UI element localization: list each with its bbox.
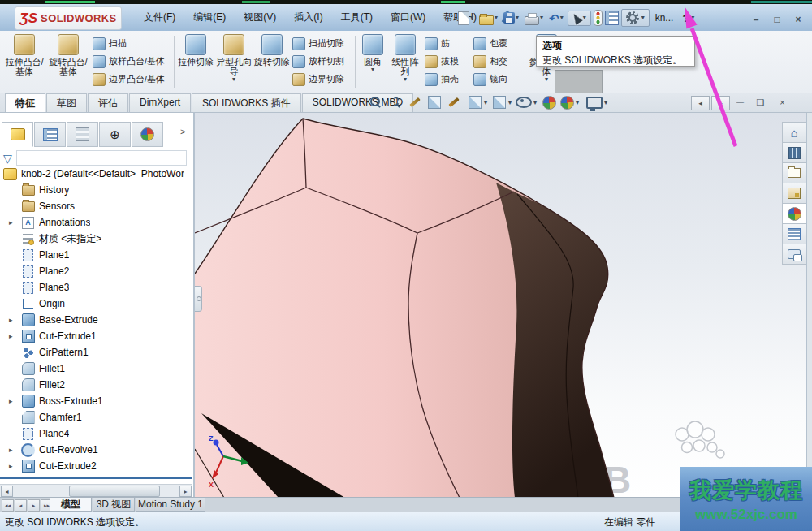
tree-item-cut-revolve1[interactable]: ▸ Cut-Revolve1 <box>0 442 192 458</box>
chevron-down-icon[interactable]: ▾ <box>533 100 537 106</box>
tree-item-plane2[interactable]: Plane2 <box>0 263 192 279</box>
chevron-down-icon[interactable]: ▾ <box>641 15 645 21</box>
chevron-down-icon[interactable]: ▾ <box>540 15 543 21</box>
menu-view[interactable]: 视图(V) <box>238 7 282 28</box>
view-settings-button[interactable] <box>586 95 603 110</box>
select-tool-button[interactable]: ▾ <box>568 11 591 26</box>
doc-close-button[interactable]: × <box>774 96 791 109</box>
zoom-area-button[interactable] <box>387 95 404 110</box>
undo-button[interactable]: ↶▾ <box>547 11 565 25</box>
tree-item-fillet1[interactable]: Fillet1 <box>0 360 192 377</box>
revolved-boss-button[interactable]: 旋转凸台/基体 <box>47 34 89 89</box>
wrap-button[interactable]: 包覆 <box>473 35 508 52</box>
title-bar[interactable]: ƷS SOLIDWORKS 文件(F) 编辑(E) 视图(V) 插入(I) 工具… <box>0 4 812 32</box>
boundary-cut-button[interactable]: 边界切除 <box>292 71 344 88</box>
tab-features[interactable]: 特征 <box>5 93 45 112</box>
menu-file[interactable]: 文件(F) <box>138 7 181 28</box>
chevron-down-icon[interactable]: ▾ <box>604 100 607 106</box>
doc-prev-button[interactable]: ◂ <box>691 96 710 110</box>
tree-item-sensors[interactable]: Sensors <box>0 198 192 214</box>
chevron-down-icon[interactable]: ▾ <box>508 100 512 106</box>
feature-manager-tab[interactable] <box>2 122 33 147</box>
extruded-boss-button[interactable]: 拉伸凸台/基体 <box>3 34 45 89</box>
doc-next-button[interactable]: ▸ <box>711 96 730 110</box>
tree-item-plane3[interactable]: Plane3 <box>0 279 192 296</box>
open-button[interactable]: ▾ <box>477 11 499 26</box>
custom-properties-button[interactable] <box>782 223 806 244</box>
help-button[interactable]: ? <box>682 12 689 24</box>
chevron-down-icon[interactable]: ▾ <box>484 100 487 106</box>
tree-filter-input[interactable] <box>16 150 187 166</box>
edit-appearance-button[interactable] <box>541 95 557 110</box>
menu-tools[interactable]: 工具(T) <box>335 7 378 28</box>
knob-model[interactable]: B Z <box>195 113 806 498</box>
chevron-down-icon[interactable]: ▾ <box>495 15 498 21</box>
tree-item-material[interactable]: 材质 <未指定> <box>0 231 192 247</box>
fillet-button[interactable]: 圆角 ▾ <box>358 34 387 89</box>
prev-tab-button[interactable]: ◂ <box>15 499 27 512</box>
tree-item-base-extrude[interactable]: ▸ Base-Extrude <box>0 312 192 328</box>
rotate-view-button[interactable] <box>426 95 443 110</box>
tree-item-boss-extrude1[interactable]: ▸ Boss-Extrude1 <box>0 393 192 409</box>
chevron-down-icon[interactable]: ▾ <box>470 15 473 21</box>
panel-tabs-overflow-chevron[interactable]: > <box>180 127 185 136</box>
menu-window[interactable]: 窗口(W) <box>385 7 431 28</box>
minimize-button[interactable]: – <box>747 12 765 26</box>
swept-cut-button[interactable]: 扫描切除 <box>292 35 344 52</box>
apply-scene-button[interactable] <box>559 95 575 110</box>
right-panel-edge[interactable] <box>806 112 812 497</box>
print-button[interactable]: ▾ <box>523 11 545 26</box>
boundary-boss-button[interactable]: 边界凸台/基体 <box>93 71 165 88</box>
design-library-button[interactable] <box>782 142 806 163</box>
tab-addins[interactable]: SOLIDWORKS 插件 <box>192 93 301 112</box>
hole-wizard-button[interactable]: 异型孔向导 ▾ <box>215 34 253 89</box>
tree-item-history[interactable]: History <box>0 182 192 198</box>
tree-item-origin[interactable]: Origin <box>0 296 192 312</box>
file-explorer-button[interactable] <box>782 162 806 183</box>
chevron-down-icon[interactable]: ▾ <box>371 67 374 73</box>
tree-root-part[interactable]: knob-2 (Default<<Default>_PhotoWor <box>0 166 192 182</box>
tab-motion-study[interactable]: Motion Study 1 <box>136 498 205 512</box>
home-tab-button[interactable]: ⌂ <box>782 122 806 143</box>
shell-button[interactable]: 抽壳 <box>425 71 459 88</box>
intersect-button[interactable]: 相交 <box>473 53 508 70</box>
tree-item-cirpattern1[interactable]: CirPattern1 <box>0 344 192 360</box>
doc-minimize-button[interactable]: — <box>732 96 749 109</box>
expand-arrow-icon[interactable]: ▸ <box>9 218 13 227</box>
next-tab-button[interactable]: ▸ <box>28 499 40 512</box>
view-palette-button[interactable] <box>782 183 806 204</box>
scrollbar-thumb[interactable] <box>69 486 160 497</box>
chevron-down-icon[interactable]: ▾ <box>232 76 235 83</box>
menu-edit[interactable]: 编辑(E) <box>188 7 231 28</box>
close-button[interactable]: × <box>789 12 807 26</box>
tree-item-plane4[interactable]: Plane4 <box>0 425 192 442</box>
draft-button[interactable]: 拔模 <box>425 53 459 70</box>
tree-item-annotations[interactable]: ▸ Annotations <box>0 214 192 231</box>
appearances-button[interactable] <box>782 203 806 224</box>
view-orientation-button[interactable] <box>467 95 483 110</box>
forum-button[interactable] <box>782 244 806 265</box>
maximize-button[interactable]: □ <box>768 12 786 26</box>
section-view-button[interactable] <box>407 95 423 110</box>
tree-item-chamfer1[interactable]: Chamfer1 <box>0 409 192 425</box>
command-manager-icon[interactable] <box>605 11 619 25</box>
panel-collapse-handle[interactable] <box>195 286 202 312</box>
expand-arrow-icon[interactable]: ▸ <box>9 316 13 324</box>
revolved-cut-button[interactable]: 旋转切除 <box>254 34 290 89</box>
chevron-down-icon[interactable]: ▾ <box>516 15 519 21</box>
hide-show-items-button[interactable] <box>516 95 532 110</box>
chevron-down-icon[interactable]: ▾ <box>576 100 579 106</box>
save-button[interactable]: ▾ <box>502 11 520 24</box>
tree-item-fillet2[interactable]: Fillet2 <box>0 377 192 393</box>
3d-viewport[interactable]: B Z <box>195 112 806 498</box>
doc-restore-button[interactable]: ❏ <box>752 96 769 109</box>
scroll-right-button[interactable]: ▸ <box>179 486 192 497</box>
tab-evaluate[interactable]: 评估 <box>88 93 128 112</box>
new-document-button[interactable]: ▾ <box>456 11 475 26</box>
chevron-down-icon[interactable]: ▾ <box>404 76 407 83</box>
lofted-cut-button[interactable]: 放样切割 <box>292 53 344 70</box>
dimxpert-manager-tab[interactable]: ⊕ <box>99 122 131 147</box>
rebuild-traffic-light-icon[interactable] <box>594 10 603 26</box>
first-tab-button[interactable]: ◂◂ <box>2 499 14 512</box>
chevron-down-icon[interactable]: ▾ <box>691 15 694 21</box>
